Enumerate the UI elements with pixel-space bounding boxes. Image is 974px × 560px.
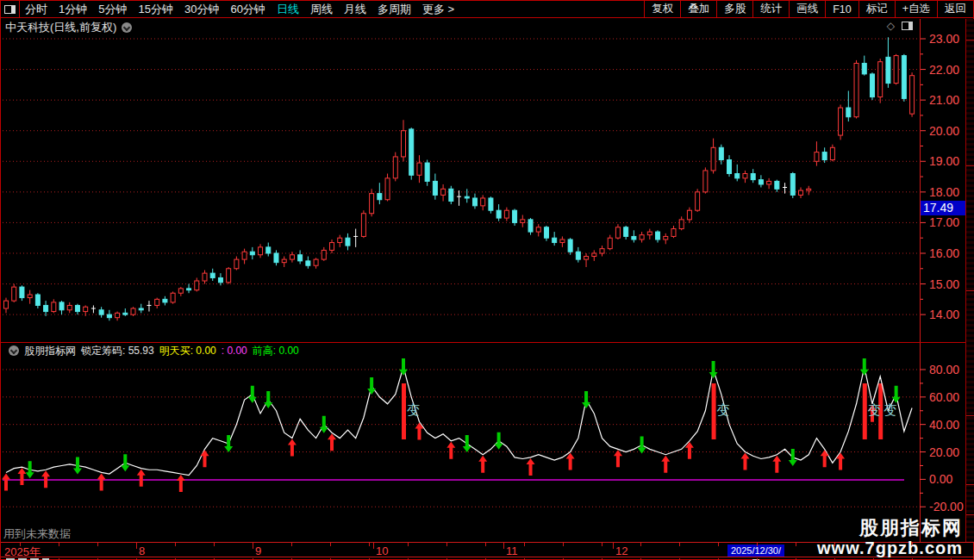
watermark: 股朋指标网 www.7gpzb.com [817, 518, 963, 558]
svg-text:变: 变 [868, 402, 881, 417]
app-window: 分时1分钟5分钟15分钟30分钟60分钟日线周线月线多周期更多 > 复权叠加多股… [0, 0, 974, 560]
side-panel-divider [966, 514, 974, 515]
month-label: 11 [506, 544, 518, 557]
period-item-0[interactable]: 分时 [25, 2, 47, 17]
date-tick [175, 543, 176, 546]
month-tick [503, 543, 504, 549]
chart-titlebar: 中天科技(日线,前复权) [1, 19, 920, 35]
date-tick [214, 543, 215, 546]
month-tick [253, 543, 253, 549]
clipped-side-panel [965, 19, 974, 542]
layout-panel-icon[interactable] [1, 1, 20, 17]
price-axis-line [920, 19, 921, 542]
date-tick [563, 543, 564, 546]
tool-button-5[interactable]: F10 [825, 1, 858, 17]
date-tick [718, 543, 719, 546]
month-label: 9 [255, 544, 261, 557]
date-tick [369, 543, 370, 546]
indicator-field-1: 明天买: 0.00 [159, 344, 216, 358]
month-tick [613, 543, 614, 549]
period-item-6[interactable]: 日线 [277, 2, 299, 17]
side-panel-divider [966, 484, 974, 485]
tool-buttons: 复权叠加多股统计画线F10标记+自选返回 [644, 1, 973, 17]
date-tick [524, 543, 525, 546]
date-tick [20, 543, 21, 546]
date-tick [679, 543, 680, 546]
date-tick [640, 543, 641, 546]
indicator-canvas[interactable]: 变变变变 [1, 358, 974, 515]
stock-title: 中天科技(日线,前复权) [1, 20, 116, 35]
date-tick [291, 543, 292, 546]
side-panel-divider [966, 290, 974, 291]
indicator-header: 股朋指标网 锁定筹码: 55.93明天买: 0.00: 0.00前高: 0.00 [1, 344, 299, 358]
chevron-down-icon[interactable] [122, 22, 132, 33]
svg-text:变: 变 [717, 402, 730, 417]
collapse-icon[interactable] [9, 345, 19, 356]
date-tick [446, 543, 447, 546]
period-item-4[interactable]: 30分钟 [184, 2, 219, 17]
period-item-2[interactable]: 5分钟 [98, 2, 127, 17]
chart-corner-icons: ◇ [887, 22, 913, 30]
month-label: 8 [139, 544, 145, 557]
diamond-icon[interactable]: ◇ [887, 22, 895, 30]
svg-text:变: 变 [407, 402, 420, 417]
period-item-5[interactable]: 60分钟 [230, 2, 265, 17]
date-tick [59, 543, 59, 546]
period-item-3[interactable]: 15分钟 [138, 2, 172, 17]
period-item-9[interactable]: 多周期 [378, 2, 411, 17]
tool-button-1[interactable]: 叠加 [680, 1, 716, 17]
period-item-1[interactable]: 1分钟 [59, 2, 87, 17]
indicator-source: 股朋指标网 [24, 344, 76, 358]
month-tick [136, 543, 137, 549]
panel-split-icon [4, 5, 16, 14]
date-tick [97, 543, 98, 546]
tool-button-0[interactable]: 复权 [644, 1, 680, 17]
tool-button-3[interactable]: 统计 [752, 1, 789, 17]
date-tick [408, 543, 409, 546]
watermark-brand: 股朋指标网 [817, 518, 963, 538]
date-tick [330, 543, 331, 546]
tool-button-7[interactable]: +自选 [895, 1, 937, 17]
month-label: 12 [615, 544, 627, 557]
watermark-url: www.7gpzb.com [817, 538, 963, 558]
tool-button-8[interactable]: 返回 [937, 1, 973, 17]
date-tick [796, 543, 796, 546]
period-item-7[interactable]: 周线 [310, 2, 333, 17]
side-panel-divider [966, 40, 974, 40]
svg-text:变: 变 [883, 402, 896, 417]
indicator-field-0: 锁定筹码: 55.93 [81, 344, 154, 358]
date-highlight-badge: 2025/12/30/二 [727, 544, 784, 557]
period-item-8[interactable]: 月线 [344, 2, 366, 17]
indicator-field-2: : 0.00 [222, 345, 247, 357]
month-tick [373, 543, 374, 549]
month-label: 10 [376, 544, 388, 557]
top-toolbar: 分时1分钟5分钟15分钟30分钟60分钟日线周线月线多周期更多 > 复权叠加多股… [1, 1, 973, 18]
future-data-warning: 用到未来数据 [3, 526, 71, 542]
main-chart-canvas[interactable] [1, 35, 974, 342]
date-tick [602, 543, 603, 546]
date-tick [757, 543, 758, 546]
period-menu: 分时1分钟5分钟15分钟30分钟60分钟日线周线月线多周期更多 > [20, 2, 644, 17]
tool-button-4[interactable]: 画线 [789, 1, 825, 17]
indicator-field-3: 前高: 0.00 [253, 344, 299, 358]
tool-button-6[interactable]: 标记 [858, 1, 895, 17]
side-panel-divider [966, 415, 974, 416]
date-tick [485, 543, 486, 546]
side-panel-divider [966, 165, 974, 166]
window-split-icon[interactable] [902, 22, 913, 30]
period-item-10[interactable]: 更多 > [422, 2, 454, 17]
tool-button-2[interactable]: 多股 [716, 1, 752, 17]
